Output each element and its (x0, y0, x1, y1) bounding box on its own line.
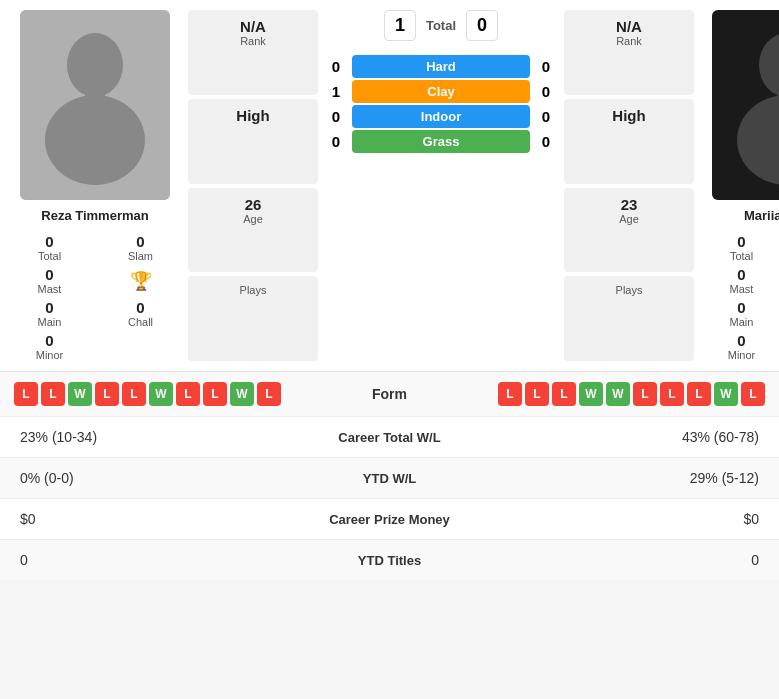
form-badge-l: L (498, 382, 522, 406)
left-minor-value: 0 (45, 332, 53, 349)
left-trophy-icon: 🏆 (130, 270, 152, 292)
vs-section: 1 Total 0 0 Hard 0 1 Clay 0 0 Indoor (326, 10, 556, 361)
stats-right-val-3: 0 (579, 552, 759, 568)
form-badge-l: L (122, 382, 146, 406)
left-main-stat: 0 Main (10, 299, 89, 328)
right-mast-value: 0 (737, 266, 745, 283)
svg-point-3 (45, 95, 145, 185)
stats-left-val-2: $0 (20, 511, 200, 527)
clay-right-score: 0 (536, 83, 556, 100)
left-chall-stat: 0 Chall (101, 299, 180, 328)
right-age-panel: 23 Age (564, 188, 694, 273)
form-badge-l: L (687, 382, 711, 406)
form-badge-l: L (176, 382, 200, 406)
form-badge-w: W (230, 382, 254, 406)
right-main-label: Main (730, 316, 754, 328)
right-player-card: Mariia Bergen 0 Total 0 Slam 0 Mast 🏆 (702, 10, 779, 361)
right-player-avatar (712, 10, 779, 200)
stats-left-val-3: 0 (20, 552, 200, 568)
left-center-panels: N/A Rank High 26 Age Plays (188, 10, 318, 361)
stats-center-label-2: Career Prize Money (200, 512, 579, 527)
right-rank-panel: N/A Rank (564, 10, 694, 95)
stats-center-label-3: YTD Titles (200, 553, 579, 568)
right-center-panels: N/A Rank High 23 Age Plays (564, 10, 694, 361)
right-plays-label: Plays (572, 284, 686, 296)
right-level-value: High (572, 107, 686, 124)
surface-rows: 0 Hard 0 1 Clay 0 0 Indoor 0 0 Grass (326, 55, 556, 153)
clay-badge: Clay (352, 80, 530, 103)
right-mast-label: Mast (730, 283, 754, 295)
left-age-panel: 26 Age (188, 188, 318, 273)
right-total-label: Total (730, 250, 753, 262)
hard-left-score: 0 (326, 58, 346, 75)
indoor-row: 0 Indoor 0 (326, 105, 556, 128)
left-player-stats: 0 Total 0 Slam 0 Mast 🏆 0 Main (10, 233, 180, 361)
form-badge-w: W (149, 382, 173, 406)
left-minor-label: Minor (36, 349, 64, 361)
stats-row-1: 0% (0-0) YTD W/L 29% (5-12) (0, 457, 779, 498)
left-form-badges: LLWLLWLLWL (14, 382, 281, 406)
right-rank-label: Rank (572, 35, 686, 47)
left-slam-stat: 0 Slam (101, 233, 180, 262)
stats-row-3: 0 YTD Titles 0 (0, 539, 779, 580)
form-badge-w: W (606, 382, 630, 406)
right-age-value: 23 (572, 196, 686, 213)
right-minor-stat: 0 Minor (702, 332, 779, 361)
stats-row-2: $0 Career Prize Money $0 (0, 498, 779, 539)
stats-left-val-1: 0% (0-0) (20, 470, 200, 486)
left-player-avatar (20, 10, 170, 200)
grass-right-score: 0 (536, 133, 556, 150)
right-plays-panel: Plays (564, 276, 694, 361)
right-total-stat: 0 Total (702, 233, 779, 262)
right-mast-stat: 0 Mast (702, 266, 779, 295)
form-badge-l: L (525, 382, 549, 406)
left-mast-stat: 0 Mast (10, 266, 89, 295)
grass-left-score: 0 (326, 133, 346, 150)
indoor-badge: Indoor (352, 105, 530, 128)
left-trophy-stat: 🏆 (101, 266, 180, 295)
form-badge-w: W (714, 382, 738, 406)
left-plays-panel: Plays (188, 276, 318, 361)
indoor-right-score: 0 (536, 108, 556, 125)
form-badge-l: L (660, 382, 684, 406)
vs-label: Total (426, 18, 456, 33)
stats-row-0: 23% (10-34) Career Total W/L 43% (60-78) (0, 416, 779, 457)
right-rank-value: N/A (572, 18, 686, 35)
left-level-value: High (196, 107, 310, 124)
form-badge-l: L (633, 382, 657, 406)
right-minor-label: Minor (728, 349, 756, 361)
vs-left-score: 1 (384, 10, 416, 41)
form-badge-l: L (741, 382, 765, 406)
form-badge-l: L (41, 382, 65, 406)
hard-row: 0 Hard 0 (326, 55, 556, 78)
stats-left-val-0: 23% (10-34) (20, 429, 200, 445)
vs-total-row: 1 Total 0 (326, 10, 556, 41)
form-label: Form (372, 386, 407, 402)
left-player-name: Reza Timmerman (41, 208, 148, 223)
left-total-label: Total (38, 250, 61, 262)
left-plays-label: Plays (196, 284, 310, 296)
left-total-stat: 0 Total (10, 233, 89, 262)
left-player-card: Reza Timmerman 0 Total 0 Slam 0 Mast 🏆 (10, 10, 180, 361)
stats-center-label-0: Career Total W/L (200, 430, 579, 445)
left-slam-value: 0 (136, 233, 144, 250)
left-rank-value: N/A (196, 18, 310, 35)
stats-right-val-1: 29% (5-12) (579, 470, 759, 486)
left-age-label: Age (196, 213, 310, 225)
stats-right-val-0: 43% (60-78) (579, 429, 759, 445)
right-main-stat: 0 Main (702, 299, 779, 328)
left-chall-label: Chall (128, 316, 153, 328)
left-main-value: 0 (45, 299, 53, 316)
form-badge-l: L (95, 382, 119, 406)
main-container: Reza Timmerman 0 Total 0 Slam 0 Mast 🏆 (0, 0, 779, 580)
right-player-stats: 0 Total 0 Slam 0 Mast 🏆 0 Main (702, 233, 779, 361)
stats-right-val-2: $0 (579, 511, 759, 527)
left-chall-value: 0 (136, 299, 144, 316)
form-section: LLWLLWLLWL Form LLLWWLLLWL (0, 371, 779, 416)
clay-row: 1 Clay 0 (326, 80, 556, 103)
vs-right-score: 0 (466, 10, 498, 41)
hard-badge: Hard (352, 55, 530, 78)
comparison-section: Reza Timmerman 0 Total 0 Slam 0 Mast 🏆 (0, 0, 779, 371)
form-badge-w: W (68, 382, 92, 406)
right-player-name: Mariia Bergen (744, 208, 779, 223)
